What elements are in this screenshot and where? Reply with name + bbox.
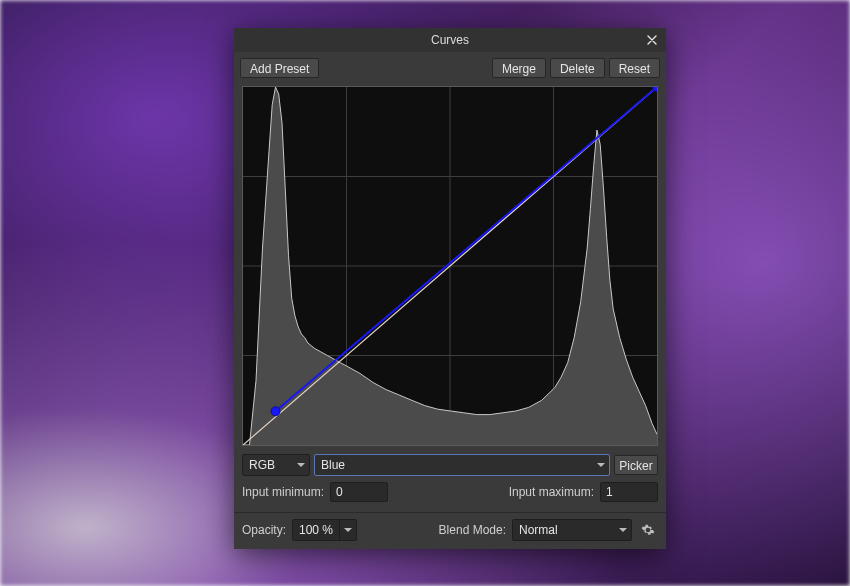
curve-point-start[interactable] xyxy=(271,407,280,416)
toolbar: Add Preset Merge Delete Reset xyxy=(234,52,666,82)
settings-button[interactable] xyxy=(638,520,658,540)
input-min-field[interactable]: 0 xyxy=(330,482,388,502)
opacity-value: 100 % xyxy=(293,523,339,537)
merge-button[interactable]: Merge xyxy=(492,58,546,78)
input-max-label: Input maximum: xyxy=(509,485,594,499)
input-max-field[interactable]: 1 xyxy=(600,482,658,502)
opacity-label: Opacity: xyxy=(242,523,286,537)
blend-mode-label: Blend Mode: xyxy=(439,523,506,537)
opacity-field[interactable]: 100 % xyxy=(292,519,357,541)
blend-mode-select[interactable]: Normal xyxy=(512,519,632,541)
titlebar[interactable]: Curves xyxy=(234,28,666,52)
opacity-stepper[interactable] xyxy=(339,520,356,540)
gear-icon xyxy=(641,523,655,537)
channel-row: RGB Blue Picker xyxy=(234,452,666,478)
curves-panel: Curves Add Preset Merge Delete Reset RGB xyxy=(234,28,666,549)
picker-button[interactable]: Picker xyxy=(614,455,658,475)
channel-select[interactable]: Blue xyxy=(314,454,610,476)
chevron-down-icon xyxy=(597,463,605,467)
chevron-down-icon xyxy=(297,463,305,467)
channel-value: Blue xyxy=(321,458,345,472)
chevron-down-icon xyxy=(619,528,627,532)
chevron-down-icon xyxy=(344,528,352,532)
add-preset-button[interactable]: Add Preset xyxy=(240,58,319,78)
close-button[interactable] xyxy=(638,28,666,52)
input-range-row: Input minimum: 0 Input maximum: 1 xyxy=(234,478,666,512)
close-icon xyxy=(647,35,657,45)
blend-mode-value: Normal xyxy=(519,523,558,537)
curves-svg xyxy=(243,87,657,445)
delete-button[interactable]: Delete xyxy=(550,58,605,78)
window-title: Curves xyxy=(234,33,666,47)
reset-button[interactable]: Reset xyxy=(609,58,660,78)
footer: Opacity: 100 % Blend Mode: Normal xyxy=(234,512,666,549)
color-mode-value: RGB xyxy=(249,458,275,472)
curves-graph[interactable] xyxy=(242,86,658,446)
color-mode-select[interactable]: RGB xyxy=(242,454,310,476)
input-min-label: Input minimum: xyxy=(242,485,324,499)
